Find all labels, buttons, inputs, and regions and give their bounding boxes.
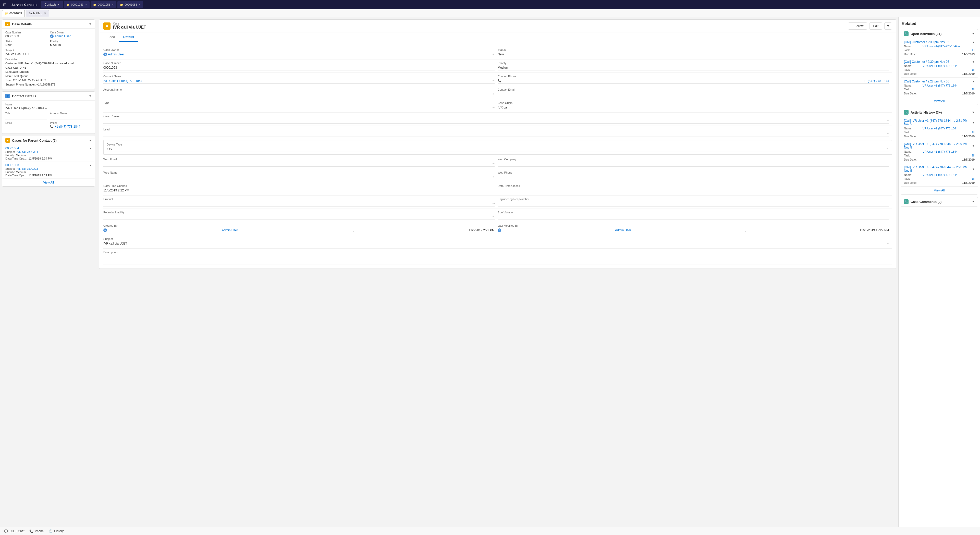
- hist-act3-dropdown[interactable]: ▼: [972, 168, 975, 170]
- hist-act3-link[interactable]: [Call] IVR User +1-(847)-778-1844 -- / 2…: [904, 166, 972, 172]
- priority-field: Priority Medium ✏: [50, 40, 92, 47]
- activity-history-icon: 🔧: [904, 110, 908, 115]
- grid-icon[interactable]: ⊞: [2, 1, 7, 8]
- open-act3-dropdown[interactable]: ▼: [972, 80, 975, 83]
- case-details-collapse[interactable]: ▼: [89, 22, 92, 25]
- case2-priority-row: Priority: Medium: [5, 170, 92, 174]
- case-comments-collapse[interactable]: ▼: [972, 200, 975, 203]
- open-activities-collapse[interactable]: ▼: [972, 32, 975, 35]
- open-activity-3-header: [Call] Customer / 2:28 pm Nov 05 ▼: [904, 80, 975, 83]
- activity-history-collapse[interactable]: ▼: [972, 111, 975, 114]
- nav-tab-00001056[interactable]: 📁 00001056 ✕: [118, 1, 143, 8]
- contacts-dropdown-icon: ▼: [58, 3, 60, 6]
- case2-dropdown[interactable]: ▼: [89, 164, 92, 167]
- activity-history-header[interactable]: 🔧 Activity History (3+) ▼: [901, 108, 978, 117]
- detail-case-owner-value[interactable]: A Admin User ✏: [103, 52, 495, 57]
- contact-details-collapse[interactable]: ▼: [89, 94, 92, 97]
- more-actions-button[interactable]: ▼: [884, 22, 892, 30]
- contact-phone-value[interactable]: 📞 +1-(847)-778-1844: [50, 125, 92, 128]
- detail-account-name: Account Name ✏: [103, 86, 498, 99]
- detail-case-reason: Case Reason ✏: [103, 113, 892, 126]
- case1-date-row: Date/Time Ope...: 11/5/2019 2:34 PM: [5, 157, 92, 160]
- open-activity-3-link[interactable]: [Call] Customer / 2:28 pm Nov 05: [904, 80, 949, 83]
- history-icon: 🕒: [49, 529, 52, 533]
- case-comments-title: 🔧 Case Comments (0): [904, 199, 942, 204]
- hist-act3-name-row: Name: IVR User +1-(847)-778-1844 --: [904, 173, 975, 177]
- detail-contact-name-value[interactable]: IVR User +1-(847)-778-1844 -- ✏: [103, 79, 495, 84]
- phone-item[interactable]: 📞 Phone: [29, 529, 44, 533]
- case1-dropdown[interactable]: ▼: [89, 147, 92, 150]
- hist-act3-check: ☑: [972, 177, 975, 180]
- hist-act1-name: IVR User +1-(847)-778-1844 --: [922, 127, 975, 130]
- open-act2-dropdown[interactable]: ▼: [972, 61, 975, 63]
- hist-act1-header: [Call] IVR User +1-(847)-778-1844 -- / 2…: [904, 119, 975, 126]
- sub-tab-close-2[interactable]: ✕: [44, 12, 46, 14]
- edit-icon-contact[interactable]: ✏: [493, 80, 495, 82]
- edit-icon-owner[interactable]: ✏: [493, 53, 495, 56]
- nav-tab-00001055[interactable]: 📁 00001055 ✕: [91, 1, 116, 8]
- detail-case-origin-value: IVR call: [498, 105, 889, 110]
- sub-tab-label-1: 00001053: [10, 12, 22, 15]
- edit-button[interactable]: Edit: [869, 22, 882, 30]
- detail-lead: Lead ✏: [103, 126, 892, 139]
- tab-icon-1: 📁: [66, 3, 69, 6]
- hist-act2-dropdown[interactable]: ▼: [972, 145, 975, 147]
- open-activity-2-link[interactable]: [Call] Customer / 2:30 pm Nov 05: [904, 60, 949, 64]
- open-act2-check: ☑: [972, 68, 975, 72]
- center-tabs: Feed Details: [99, 32, 896, 42]
- hist-act2-link[interactable]: [Call] IVR User +1-(847)-778-1844 -- / 2…: [904, 142, 972, 149]
- cases-view-all[interactable]: View All: [2, 179, 95, 186]
- nav-tab-close-3[interactable]: ✕: [138, 3, 141, 6]
- open-activities-header[interactable]: 🔧 Open Activities (3+) ▼: [901, 29, 978, 38]
- detail-dt-opened-value: 11/5/2019 2:22 PM: [103, 188, 495, 193]
- detail-type: Type ✏: [103, 99, 498, 113]
- open-act1-dropdown[interactable]: ▼: [972, 41, 975, 44]
- nav-tab-00001053[interactable]: 📁 00001053 ✕: [64, 1, 89, 8]
- detail-status-value: New: [498, 52, 889, 57]
- open-activity-1-link[interactable]: [Call] Customer / 2:30 pm Nov 05: [904, 40, 949, 44]
- detail-contact-phone-value[interactable]: 📞 +1-(847)-778-1844: [498, 79, 889, 84]
- case-num-2[interactable]: 00001053: [5, 163, 19, 167]
- open-act2-task-row: Task: ☑: [904, 68, 975, 72]
- history-activity-3: [Call] IVR User +1-(847)-778-1844 -- / 2…: [901, 163, 978, 186]
- device-type-value: iOS ✏: [107, 147, 889, 152]
- detail-created-by-value[interactable]: A Admin User , 11/5/2019 2:22 PM: [103, 228, 495, 233]
- hist-act1-dropdown[interactable]: ▼: [972, 121, 975, 124]
- right-panel-title: Related: [900, 19, 978, 29]
- open-act2-due: 11/5/2019: [962, 72, 975, 75]
- case-comments-header[interactable]: 🔧 Case Comments (0) ▼: [901, 197, 978, 206]
- status-value: New ✏: [5, 43, 47, 47]
- cases-parent-collapse[interactable]: ▼: [89, 139, 92, 142]
- sub-tab-zach[interactable]: Zach Elle... ✕: [26, 10, 49, 17]
- case-num-1[interactable]: 00001054: [5, 146, 19, 150]
- contact-details-header: 👤 Contact Details ▼: [2, 92, 95, 100]
- feed-tab[interactable]: Feed: [103, 32, 119, 42]
- detail-created-by: Created By A Admin User , 11/5/2019 2:22…: [103, 222, 498, 235]
- follow-button[interactable]: + Follow: [848, 22, 867, 30]
- history-item[interactable]: 🕒 History: [49, 529, 64, 533]
- contacts-tab[interactable]: Contacts ▼: [41, 1, 63, 8]
- nav-tab-close-2[interactable]: ✕: [112, 3, 114, 6]
- contact-email-field: Email: [5, 121, 47, 129]
- tab-icon-3: 📁: [120, 3, 123, 6]
- nav-tab-close-1[interactable]: ✕: [85, 3, 87, 6]
- priority-value: Medium ✏: [50, 43, 92, 47]
- hist-act1-task-row: Task: ☑: [904, 131, 975, 134]
- hist-act1-link[interactable]: [Call] IVR User +1-(847)-778-1844 -- / 2…: [904, 119, 972, 126]
- case-owner-field: Case Owner A Admin User: [50, 31, 92, 38]
- detail-subject-value: IVR call via UJET ✏: [103, 241, 889, 246]
- hist-act2-check: ☑: [972, 154, 975, 157]
- case1-date: 11/5/2019 2:34 PM: [28, 157, 52, 160]
- open-activities-view-all[interactable]: View All: [901, 97, 978, 105]
- detail-last-modified-value[interactable]: A Admin User , 11/20/2019 12:29 PM: [498, 228, 889, 233]
- sub-tab-00001053[interactable]: 📁 00001053: [2, 10, 25, 17]
- details-tab[interactable]: Details: [119, 32, 138, 42]
- case2-subject-row: Subject: IVR call via UJET: [5, 167, 92, 170]
- activity-history-view-all[interactable]: View All: [901, 186, 978, 194]
- case-owner-value[interactable]: A Admin User: [50, 35, 92, 38]
- detail-contact-email-value: [498, 92, 889, 97]
- ujet-chat-item[interactable]: 💬 UJET Chat: [4, 529, 24, 533]
- description-field: Description Customer IVR User +1-(847)-7…: [5, 58, 92, 86]
- app-name: Service Console: [8, 3, 40, 6]
- open-act1-due: 11/5/2019: [962, 53, 975, 56]
